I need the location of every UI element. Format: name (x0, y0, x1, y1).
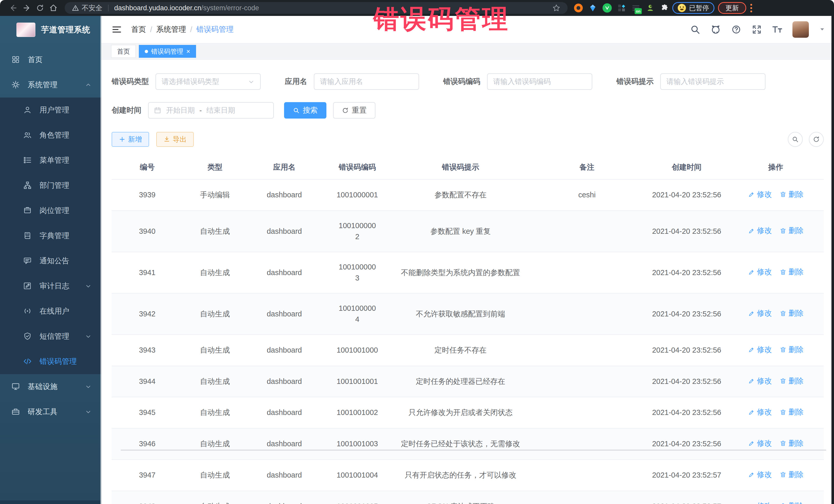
filter-select[interactable]: 请选择错误码类型 (155, 73, 261, 90)
grid-diamond-extension-icon[interactable] (616, 3, 627, 13)
delete-link[interactable]: 删除 (780, 225, 804, 236)
chrome-update-button[interactable]: 更新 (718, 2, 746, 14)
cell-app: dashboard (247, 335, 322, 366)
edit-link[interactable]: 修改 (748, 308, 772, 319)
edit-link[interactable]: 修改 (748, 500, 772, 504)
delete-link[interactable]: 删除 (780, 407, 804, 418)
edit-icon (748, 440, 755, 447)
security-warning[interactable]: 不安全 (72, 3, 103, 13)
app-logo[interactable]: 芋道管理系统 (0, 16, 101, 44)
breadcrumb-item[interactable]: 系统管理 (156, 24, 186, 35)
horizontal-scrollbar[interactable] (120, 450, 826, 451)
edit-link[interactable]: 修改 (748, 375, 772, 387)
sidebar-item-book[interactable]: 字典管理 (0, 223, 101, 248)
sidebar-item-org-tree[interactable]: 部门管理 (0, 173, 101, 198)
page-content: 错误码类型请选择错误码类型应用名请输入应用名错误码编码请输入错误码编码错误码提示… (101, 60, 834, 504)
edit-link[interactable]: 修改 (748, 225, 772, 236)
table-row: 3947自动生成dashboard1001001004只有开启状态的任务，才可以… (112, 460, 824, 491)
edit-link[interactable]: 修改 (748, 266, 772, 278)
vue-devtools-extension-icon[interactable] (602, 3, 612, 13)
cell-actions: 修改删除 (727, 252, 824, 293)
sidebar-bottom-strip (0, 500, 101, 504)
back-icon[interactable] (7, 1, 20, 15)
cell-time: 2021-04-20 23:52:57 (646, 491, 727, 504)
blue-gem-extension-icon[interactable] (588, 3, 598, 13)
bookmark-star-icon[interactable] (552, 4, 561, 12)
orange-target-extension-icon[interactable] (573, 3, 584, 13)
sidebar-item-infra[interactable]: 基础设施 (0, 374, 101, 399)
toggle-search-icon[interactable] (788, 132, 803, 147)
chevron-down-icon (84, 408, 92, 416)
puzzle-extensions-icon[interactable] (659, 3, 670, 13)
cell-id: 3943 (112, 335, 183, 366)
sidebar-item-devtools[interactable]: 研发工具 (0, 399, 101, 424)
date-range-picker[interactable]: 开始日期 - 结束日期 (148, 102, 274, 118)
sidebar-item-label: 用户管理 (40, 105, 92, 115)
column-header: 应用名 (247, 157, 322, 179)
search-button[interactable]: 搜索 (284, 102, 326, 118)
cell-memo (528, 491, 646, 504)
sidebar-item-sms[interactable]: 短信管理 (0, 324, 101, 349)
font-size-icon[interactable] (772, 24, 783, 35)
forward-icon[interactable] (20, 1, 34, 15)
sidebar-item-online[interactable]: 在线用户 (0, 299, 101, 324)
cell-app: dashboard (247, 491, 322, 504)
help-icon[interactable] (731, 24, 742, 35)
cell-code: 1001000003 (322, 252, 393, 293)
sidebar-item-users[interactable]: 角色管理 (0, 123, 101, 148)
trash-icon (780, 440, 787, 447)
edit-link[interactable]: 修改 (748, 438, 772, 449)
cell-actions: 修改删除 (727, 428, 824, 460)
sidebar-item-dashboard[interactable]: 首页 (0, 47, 101, 72)
edit-link[interactable]: 修改 (748, 407, 772, 418)
search-icon[interactable] (690, 24, 701, 35)
sidebar-item-user[interactable]: 用户管理 (0, 97, 101, 123)
edit-link[interactable]: 修改 (748, 469, 772, 480)
users-icon (23, 131, 32, 140)
reload-icon[interactable] (34, 1, 47, 15)
delete-link[interactable]: 删除 (780, 469, 804, 480)
sidebar-item-gear[interactable]: 系统管理 (0, 72, 101, 97)
column-header: 创建时间 (646, 157, 727, 179)
green-spy-extension-icon[interactable] (645, 3, 655, 13)
sidebar-item-announcement[interactable]: 通知公告 (0, 248, 101, 273)
cell-time: 2021-04-20 23:52:56 (646, 428, 727, 460)
edit-link[interactable]: 修改 (748, 344, 772, 355)
tag-item[interactable]: 首页 (111, 45, 136, 58)
tag-close-icon[interactable]: × (186, 48, 190, 54)
switch-on-extension-icon[interactable]: on (631, 3, 641, 13)
sidebar-item-badge[interactable]: 岗位管理 (0, 198, 101, 223)
filter-input[interactable]: 请输入错误码编码 (487, 73, 592, 90)
add-button[interactable]: 新增 (112, 132, 149, 147)
breadcrumb-item[interactable]: 首页 (131, 24, 146, 35)
reset-button[interactable]: 重置 (333, 102, 375, 118)
delete-link[interactable]: 删除 (780, 344, 804, 355)
github-icon[interactable] (710, 24, 721, 35)
filter-input[interactable]: 请输入错误码提示 (660, 73, 766, 90)
sidebar-item-audit[interactable]: 审计日志 (0, 273, 101, 299)
fullscreen-icon[interactable] (751, 24, 762, 35)
filter-input[interactable]: 请输入应用名 (314, 73, 419, 90)
tag-active[interactable]: 错误码管理× (139, 45, 196, 58)
tag-label: 首页 (117, 47, 130, 56)
refresh-table-icon[interactable] (809, 132, 824, 147)
edit-link[interactable]: 修改 (748, 189, 772, 200)
avatar-caret-icon[interactable] (819, 26, 826, 34)
paused-extension-pill[interactable]: 已暂停 (672, 2, 715, 14)
delete-link[interactable]: 删除 (780, 500, 804, 504)
home-icon[interactable] (47, 1, 60, 15)
sidebar-item-code[interactable]: 错误码管理 (0, 349, 101, 374)
sidebar-item-menu-list[interactable]: 菜单管理 (0, 148, 101, 173)
delete-link[interactable]: 删除 (780, 266, 804, 278)
cell-app: dashboard (247, 460, 322, 491)
delete-link[interactable]: 删除 (780, 438, 804, 449)
filter-placeholder: 请输入错误码编码 (493, 77, 586, 86)
export-button[interactable]: 导出 (156, 132, 194, 147)
chrome-menu-icon[interactable] (750, 4, 752, 12)
hamburger-icon[interactable] (111, 24, 123, 35)
user-avatar[interactable] (792, 21, 809, 38)
delete-link[interactable]: 删除 (780, 375, 804, 387)
delete-link[interactable]: 删除 (780, 189, 804, 200)
delete-link[interactable]: 删除 (780, 308, 804, 319)
cell-type: 自动生成 (183, 428, 247, 460)
